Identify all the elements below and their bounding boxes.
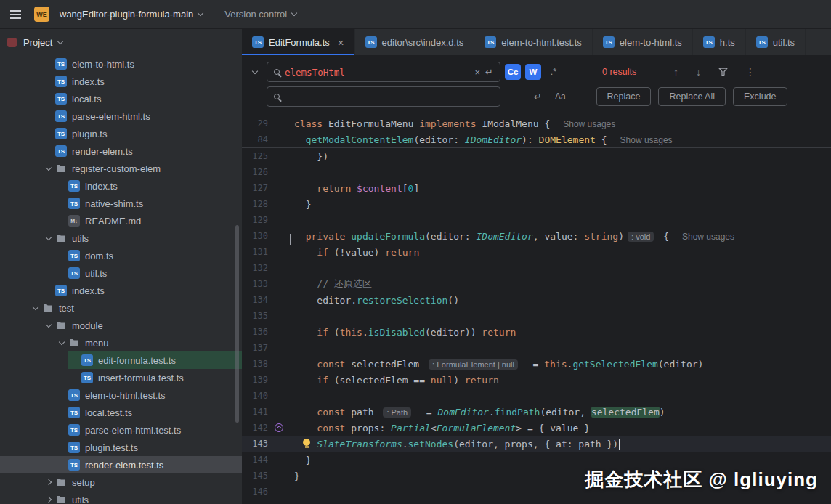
code-line-142[interactable]: 142 const props: Partial<FormulaElement>… (242, 420, 831, 436)
code-text[interactable]: editor.restoreSelection() (294, 295, 459, 306)
code-text[interactable]: const selectedElem : FormulaElement | nu… (294, 359, 703, 370)
tree-item-dom-ts[interactable]: TSdom.ts (0, 247, 242, 264)
code-text[interactable]: if (this.isDisabled(editor)) return (294, 327, 516, 338)
code-line-84[interactable]: 84 getModalContentElem(editor: IDomEdito… (242, 131, 831, 147)
tree-item-local-ts[interactable]: TSlocal.ts (0, 90, 242, 107)
code-line-135[interactable]: 135 (242, 308, 831, 324)
code-line-29[interactable]: 29class EditFormulaMenu implements IModa… (242, 115, 831, 131)
code-line-140[interactable]: 140 (242, 388, 831, 404)
regex-button[interactable]: .* (546, 64, 562, 80)
intention-bulb-icon[interactable] (303, 439, 310, 446)
tree-item-render-elem-ts[interactable]: TSrender-elem.ts (0, 142, 242, 160)
show-usages-link[interactable]: Show usages (620, 135, 673, 145)
tree-item-elem-to-html-ts[interactable]: TSelem-to-html.ts (0, 55, 242, 73)
code-line-130[interactable]: 130 private updateFormula(editor: IDomEd… (242, 228, 831, 244)
show-usages-link[interactable]: Show usages (563, 119, 615, 129)
tree-item-module[interactable]: module (0, 317, 242, 334)
code-text[interactable]: if (selectedElem == null) return (294, 375, 499, 386)
tree-item-utils[interactable]: utils (0, 229, 242, 247)
fold-icon[interactable] (290, 234, 291, 245)
hamburger-menu-icon[interactable] (10, 10, 21, 19)
code-line-129[interactable]: 129 (242, 212, 831, 228)
code-text[interactable]: } (294, 471, 300, 481)
tab-util-ts[interactable]: TSutil.ts (746, 29, 806, 55)
code-text[interactable]: } (294, 455, 311, 466)
tree-item-plugin-ts[interactable]: TSplugin.ts (0, 125, 242, 142)
folder-toggle[interactable] (55, 342, 68, 344)
tab-h-ts[interactable]: TSh.ts (693, 29, 746, 55)
filter-icon[interactable] (718, 68, 728, 76)
newline-icon[interactable]: ↵ (534, 92, 542, 102)
code-text[interactable]: class EditFormulaMenu implements IModalM… (294, 118, 615, 129)
whole-words-button[interactable]: W (525, 64, 541, 80)
code-line-126[interactable]: 126 (242, 164, 831, 180)
tree-item-utils[interactable]: utils (0, 491, 242, 504)
more-options-icon[interactable]: ⋮ (745, 67, 755, 77)
folder-toggle[interactable] (42, 497, 55, 502)
tree-item-setup[interactable]: setup (0, 473, 242, 491)
code-line-125[interactable]: 125 }) (242, 148, 831, 164)
folder-toggle[interactable] (42, 168, 55, 170)
replace-input[interactable] (267, 86, 500, 107)
code-line-134[interactable]: 134 editor.restoreSelection() (242, 292, 831, 308)
show-usages-link[interactable]: Show usages (682, 232, 734, 242)
match-case-button[interactable]: Cc (505, 64, 521, 80)
code-text[interactable]: return $content[0] (294, 183, 419, 194)
folder-toggle[interactable] (42, 237, 55, 240)
next-match-icon[interactable]: ↓ (696, 67, 701, 77)
tree-item-util-ts[interactable]: TSutil.ts (0, 264, 242, 282)
folder-toggle[interactable] (42, 325, 55, 327)
version-control-selector[interactable]: Version control (220, 5, 301, 24)
tree-item-local-test-ts[interactable]: TSlocal.test.ts (0, 404, 242, 421)
code-text[interactable]: } (294, 199, 311, 210)
code-line-143[interactable]: 143 SlateTransforms.setNodes(editor, pro… (242, 436, 831, 452)
code-line-144[interactable]: 144 } (242, 452, 831, 468)
exclude-button[interactable]: Exclude (733, 87, 787, 106)
tree-scrollbar[interactable] (235, 225, 239, 423)
annotation-gutter-icon[interactable] (275, 423, 283, 432)
tree-item-plugin-test-ts[interactable]: TSplugin.test.ts (0, 439, 242, 456)
tree-item-native-shim-ts[interactable]: TSnative-shim.ts (0, 195, 242, 212)
project-selector[interactable]: wangEditor-plugin-formula-main (55, 5, 207, 24)
tab-editor-src-index-d-ts[interactable]: TSeditor\src\index.d.ts (355, 29, 475, 55)
collapse-search-chevron-icon[interactable] (252, 68, 258, 73)
code-text[interactable]: }) (294, 151, 328, 162)
code-line-136[interactable]: 136 if (this.isDisabled(editor)) return (242, 324, 831, 340)
code-line-127[interactable]: 127 return $content[0] (242, 180, 831, 196)
project-panel-title[interactable]: Project (23, 37, 62, 48)
project-tool-icon[interactable] (7, 38, 17, 47)
code-line-128[interactable]: 128 } (242, 196, 831, 212)
code-line-137[interactable]: 137 (242, 340, 831, 356)
code-line-133[interactable]: 133 // 还原选区 (242, 276, 831, 292)
clear-icon[interactable]: × (475, 68, 481, 77)
newline-icon[interactable]: ↵ (485, 68, 493, 77)
replace-all-button[interactable]: Replace All (658, 87, 726, 106)
tree-item-edit-formula-test-ts[interactable]: TSedit-formula.test.ts (0, 351, 242, 369)
preserve-case-icon[interactable]: Aa (555, 92, 566, 101)
previous-match-icon[interactable]: ↑ (673, 67, 678, 77)
tree-item-elem-to-html-test-ts[interactable]: TSelem-to-html.test.ts (0, 386, 242, 404)
code-text[interactable]: getModalContentElem(editor: IDomEditor):… (294, 134, 673, 145)
code-text[interactable]: const props: Partial<FormulaElement> = {… (294, 423, 590, 434)
tree-item-register-custom-elem[interactable]: register-custom-elem (0, 160, 242, 177)
code-text[interactable]: const path : Path = DomEditor.findPath(e… (294, 407, 665, 418)
tree-item-parse-elem-html-ts[interactable]: TSparse-elem-html.ts (0, 107, 242, 125)
code-text[interactable]: private updateFormula(editor: IDomEditor… (294, 231, 734, 242)
code-text[interactable]: // 还原选区 (294, 277, 372, 290)
tree-item-insert-formula-test-ts[interactable]: TSinsert-formula.test.ts (0, 369, 242, 386)
code-line-139[interactable]: 139 if (selectedElem == null) return (242, 372, 831, 388)
tree-item-index-ts[interactable]: TSindex.ts (0, 177, 242, 195)
tab-elem-to-html-test-ts[interactable]: TSelem-to-html.test.ts (474, 29, 593, 55)
code-text[interactable]: SlateTransforms.setNodes(editor, props, … (294, 439, 620, 450)
tree-item-test[interactable]: test (0, 299, 242, 317)
folder-toggle[interactable] (42, 480, 55, 484)
tab-editformula-ts[interactable]: TSEditFormula.ts× (242, 29, 355, 55)
code-line-132[interactable]: 132 (242, 260, 831, 276)
code-text[interactable]: if (!value) return (294, 247, 419, 258)
tree-item-render-elem-test-ts[interactable]: TSrender-elem.test.ts (0, 456, 242, 473)
close-tab-icon[interactable]: × (338, 37, 344, 48)
tab-elem-to-html-ts[interactable]: TSelem-to-html.ts (593, 29, 693, 55)
code-line-141[interactable]: 141 const path : Path = DomEditor.findPa… (242, 404, 831, 420)
tree-item-parse-elem-html-test-ts[interactable]: TSparse-elem-html.test.ts (0, 421, 242, 439)
code-line-138[interactable]: 138 const selectedElem : FormulaElement … (242, 356, 831, 372)
